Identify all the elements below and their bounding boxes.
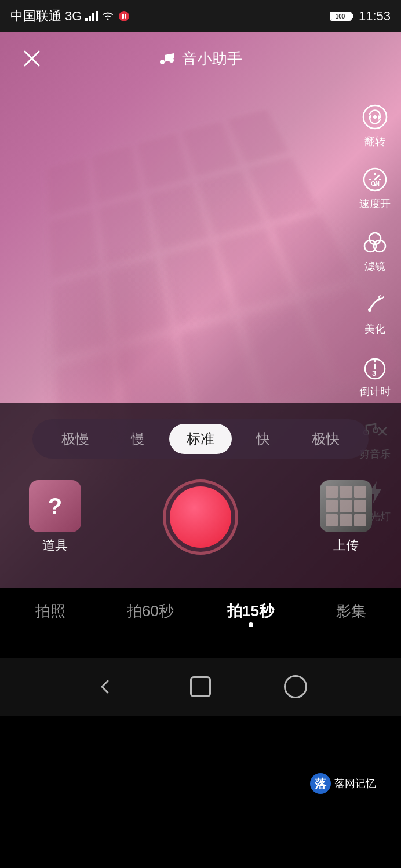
camera-controls: ? 道具 上传 [0, 479, 401, 555]
bottom-nav: 拍照 拍60秒 拍15秒 影集 [0, 588, 401, 658]
music-assistant[interactable]: 音小助手 [159, 49, 242, 69]
nav-active-dot [249, 622, 253, 627]
home-button[interactable] [186, 672, 215, 701]
battery-indicator: 100 [330, 10, 354, 22]
svg-rect-8 [351, 14, 353, 18]
filter-control[interactable]: 滤镜 [360, 227, 390, 273]
speed-option-4[interactable]: 极快 [294, 424, 357, 454]
speed-option-0[interactable]: 极慢 [44, 424, 107, 454]
flip-icon [360, 102, 390, 132]
record-inner [170, 486, 231, 548]
filter-icon [360, 227, 390, 257]
upload-thumbnail [320, 480, 372, 532]
close-button[interactable] [17, 44, 46, 73]
speed-icon: ON [360, 164, 390, 195]
svg-rect-5 [122, 14, 124, 19]
signal-icon [85, 11, 98, 21]
svg-rect-1 [89, 16, 91, 21]
svg-point-22 [368, 308, 371, 312]
upload-button[interactable]: 上传 [320, 480, 372, 554]
record-button[interactable] [163, 479, 238, 555]
music-note-icon [159, 50, 177, 67]
speed-option-3[interactable]: 快 [232, 424, 294, 454]
props-button[interactable]: ? 道具 [29, 480, 81, 554]
top-bar: 音小助手 [0, 32, 401, 85]
svg-rect-6 [125, 14, 126, 19]
svg-rect-0 [85, 18, 88, 21]
speed-selector: 极慢 慢 标准 快 极快 [32, 419, 369, 459]
beauty-control[interactable]: 美化 [360, 290, 390, 336]
beauty-label: 美化 [364, 322, 385, 336]
watermark-text: 落网记忆 [334, 777, 376, 790]
camera-viewfinder: 音小助手 翻转 [0, 32, 401, 588]
speed-label: 速度开 [359, 197, 391, 211]
speed-option-2[interactable]: 标准 [169, 424, 232, 454]
timer-control[interactable]: 3 倒计时 [359, 352, 391, 398]
svg-rect-2 [92, 13, 94, 21]
status-time-area: 100 11:53 [330, 9, 391, 24]
bottom-panel: 极慢 慢 标准 快 极快 ? 道具 [0, 403, 401, 588]
recents-button[interactable] [281, 672, 310, 701]
carrier-text: 中国联通 [10, 8, 61, 25]
speed-option-1[interactable]: 慢 [107, 424, 169, 454]
svg-text:ON: ON [371, 181, 380, 187]
nav-60s[interactable]: 拍60秒 [100, 601, 200, 626]
wifi-icon [101, 11, 114, 21]
watermark-logo: 落 [310, 773, 331, 794]
nav-photo[interactable]: 拍照 [0, 601, 100, 626]
record-indicator [118, 10, 130, 23]
filter-label: 滤镜 [364, 259, 385, 273]
music-label-text: 音小助手 [182, 49, 242, 69]
watermark: 落 落网记忆 [285, 766, 401, 801]
svg-point-16 [373, 115, 377, 119]
svg-text:3: 3 [372, 369, 376, 378]
nav-album[interactable]: 影集 [301, 601, 401, 626]
back-button[interactable] [91, 672, 120, 701]
timer-icon: 3 [360, 352, 390, 382]
flip-control[interactable]: 翻转 [360, 102, 390, 148]
beauty-icon [360, 290, 390, 320]
props-label: 道具 [42, 537, 68, 554]
signal-text: 3G [65, 9, 82, 24]
time-display: 11:53 [359, 9, 391, 24]
home-square [190, 676, 211, 697]
upload-label: 上传 [333, 537, 359, 554]
svg-text:100: 100 [336, 13, 345, 20]
system-nav [0, 658, 401, 716]
svg-rect-3 [96, 11, 98, 21]
recents-circle [284, 675, 307, 698]
timer-label: 倒计时 [359, 384, 391, 398]
status-carrier: 中国联通 3G [10, 8, 130, 25]
nav-15s[interactable]: 拍15秒 [200, 601, 301, 626]
props-question-mark: ? [48, 493, 62, 519]
flip-label: 翻转 [364, 134, 385, 148]
speed-control[interactable]: ON 速度开 [359, 164, 391, 211]
upload-grid [326, 486, 366, 526]
props-thumbnail: ? [29, 480, 81, 532]
status-bar: 中国联通 3G 100 11:53 [0, 0, 401, 32]
